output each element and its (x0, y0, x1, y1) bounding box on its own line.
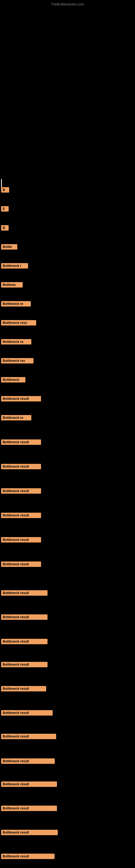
bottleneck-result-label: Bottleneck re (1, 415, 31, 421)
bottleneck-result-label: Bottleneck result (1, 806, 57, 811)
bottleneck-result-label: Bottleneck result (1, 758, 55, 764)
bottleneck-result-label: Bottlene (1, 282, 23, 287)
cursor (1, 179, 2, 187)
site-title: TheBottlenecker.com (51, 2, 84, 6)
bottleneck-result-label: Bottleneck result (1, 396, 41, 401)
bottleneck-result-label: Bottleneck result (1, 614, 48, 620)
bottleneck-result-label: Bottleneck re (1, 301, 31, 307)
bottleneck-result-label: Bottleneck result (1, 537, 41, 542)
bottleneck-result-label: B (1, 187, 9, 193)
bottleneck-result-label: Bottleneck res (1, 358, 34, 364)
bottleneck-result-label: Bottleneck result (1, 710, 53, 716)
bottleneck-result-label: B (1, 225, 9, 230)
bottleneck-result-label: Bottleneck result (1, 590, 48, 596)
bottleneck-result-label: Bottleneck r (1, 263, 28, 269)
bottleneck-result-label: Bottleneck result (1, 781, 57, 787)
bottleneck-result-label: Bottle (1, 244, 17, 250)
bottleneck-result-label: Bottleneck (1, 377, 26, 382)
bottleneck-result-label: E (1, 206, 9, 212)
bottleneck-result-label: Bottleneck result (1, 639, 48, 644)
bottleneck-result-label: Bottleneck result (1, 854, 54, 859)
bottleneck-result-label: Bottleneck result (1, 488, 41, 494)
bottleneck-result-label: Bottleneck result (1, 439, 41, 445)
bottleneck-result-label: Bottleneck result (1, 464, 41, 469)
bottleneck-result-label: Bottleneck resu (1, 320, 36, 326)
bottleneck-result-label: Bottleneck ra (1, 339, 31, 344)
bottleneck-result-label: Bottleneck result (1, 686, 46, 691)
bottleneck-result-label: Bottleneck result (1, 513, 41, 518)
bottleneck-result-label: Bottleneck result (1, 662, 48, 667)
bottleneck-result-label: Bottleneck result (1, 734, 56, 739)
bottleneck-result-label: Bottleneck result (1, 561, 41, 567)
bottleneck-result-label: Bottleneck result (1, 830, 58, 835)
